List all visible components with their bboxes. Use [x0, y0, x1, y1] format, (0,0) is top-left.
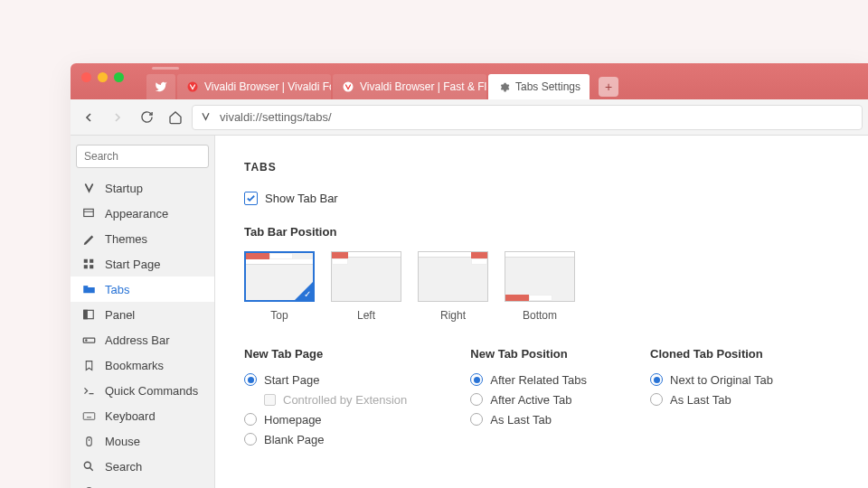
search-input[interactable]	[76, 145, 209, 168]
privacy-icon	[81, 484, 96, 488]
tab-pinned-twitter[interactable]	[146, 74, 175, 99]
sidebar-item-startpage[interactable]: Start Page	[71, 251, 214, 277]
radio-as-last[interactable]: As Last Tab	[470, 409, 587, 429]
option-columns: New Tab Page Start Page Controlled by Ex…	[244, 347, 839, 449]
sidebar-item-label: Startup	[105, 182, 143, 195]
position-label: Bottom	[505, 309, 575, 322]
radio-blank-page[interactable]: Blank Page	[244, 429, 407, 449]
settings-body: Startup Appearance Themes Start Page Tab…	[71, 136, 868, 488]
twitter-icon	[155, 80, 167, 93]
position-top[interactable]: ✓ Top	[244, 251, 315, 322]
controlled-by-extension[interactable]: Controlled by Extension	[264, 389, 407, 409]
group-heading: New Tab Position	[470, 347, 587, 361]
titlebar: Vivaldi Browser | Vivaldi Forum Vivaldi …	[71, 63, 868, 99]
show-tab-bar-checkbox[interactable]: Show Tab Bar	[244, 192, 839, 205]
vivaldi-icon	[200, 111, 212, 124]
tab-position-options: ✓ Top Left Right Bottom	[244, 251, 839, 322]
sidebar-item-search[interactable]: Search	[71, 454, 214, 479]
svg-rect-6	[84, 265, 88, 268]
back-button[interactable]	[76, 105, 101, 130]
sidebar-item-label: Themes	[105, 232, 147, 246]
position-label: Right	[418, 309, 488, 322]
vivaldi-icon	[186, 80, 199, 93]
svg-point-1	[344, 82, 354, 92]
sidebar-item-addressbar[interactable]: Address Bar	[71, 327, 214, 352]
svg-rect-8	[83, 287, 95, 293]
sidebar-item-keyboard[interactable]: Keyboard	[71, 403, 214, 428]
reload-button[interactable]	[134, 105, 159, 130]
radio-icon	[650, 393, 663, 406]
radio-after-related[interactable]: After Related Tabs	[470, 370, 587, 389]
startpage-icon	[81, 257, 96, 271]
appearance-icon	[81, 206, 96, 221]
radio-label: Blank Page	[264, 433, 325, 446]
sidebar-item-panel[interactable]: Panel	[71, 302, 214, 327]
position-bottom[interactable]: Bottom	[505, 251, 575, 322]
radio-cloned-last[interactable]: As Last Tab	[650, 389, 773, 409]
sub-label: Controlled by Extension	[283, 393, 407, 407]
sidebar-item-label: Tabs	[105, 283, 129, 296]
toolbar: vivaldi://settings/tabs/	[71, 99, 868, 136]
mouse-icon	[81, 434, 96, 448]
radio-icon	[470, 373, 483, 386]
tab-settings[interactable]: Tabs Settings	[488, 74, 590, 99]
group-heading: Cloned Tab Position	[650, 347, 773, 361]
sidebar-item-label: Address Bar	[105, 333, 170, 347]
new-tab-button[interactable]: +	[599, 77, 618, 97]
sidebar-item-label: Appearance	[105, 207, 168, 221]
radio-start-page[interactable]: Start Page	[244, 370, 407, 389]
settings-sidebar: Startup Appearance Themes Start Page Tab…	[71, 136, 215, 488]
sidebar-item-label: Keyboard	[105, 409, 156, 423]
svg-point-0	[188, 82, 198, 92]
position-right[interactable]: Right	[418, 251, 488, 322]
url-text: vivaldi://settings/tabs/	[220, 110, 332, 124]
sidebar-item-privacy[interactable]: Privacy	[71, 479, 214, 488]
sidebar-item-label: Search	[105, 460, 142, 474]
svg-rect-21	[86, 436, 90, 446]
radio-homepage[interactable]: Homepage	[244, 409, 407, 429]
tab-label: Vivaldi Browser | Fast & Flexible	[360, 80, 486, 93]
vivaldi-icon	[342, 80, 354, 93]
radio-after-active[interactable]: After Active Tab	[470, 389, 587, 409]
sidebar-item-mouse[interactable]: Mouse	[71, 428, 214, 454]
addressbar-icon	[81, 333, 96, 347]
cloned-tab-position-group: Cloned Tab Position Next to Original Tab…	[650, 347, 773, 449]
sidebar-item-bookmarks[interactable]: Bookmarks	[71, 352, 214, 378]
bookmarks-icon	[81, 358, 96, 372]
tab-vivaldi-forum[interactable]: Vivaldi Browser | Vivaldi Forum	[177, 74, 331, 99]
gear-icon	[497, 80, 510, 93]
radio-icon	[650, 373, 663, 386]
sidebar-item-startup[interactable]: Startup	[71, 175, 214, 201]
position-left[interactable]: Left	[331, 251, 401, 322]
keyboard-icon	[81, 408, 96, 423]
quickcommands-icon	[81, 383, 96, 398]
svg-line-24	[90, 467, 92, 470]
close-icon[interactable]	[81, 72, 91, 82]
page-title: TABS	[244, 161, 839, 174]
sidebar-item-tabs[interactable]: Tabs	[71, 277, 214, 302]
forward-button[interactable]	[105, 105, 130, 130]
sidebar-item-themes[interactable]: Themes	[71, 226, 214, 251]
position-label: Top	[244, 309, 315, 322]
sidebar-item-label: Privacy	[105, 485, 144, 489]
sidebar-item-appearance[interactable]: Appearance	[71, 201, 214, 226]
radio-label: After Related Tabs	[490, 373, 587, 387]
tab-label: Tabs Settings	[515, 80, 580, 93]
radio-icon	[244, 413, 257, 426]
sidebar-item-quickcommands[interactable]: Quick Commands	[71, 378, 214, 403]
radio-icon	[470, 393, 483, 406]
radio-icon	[244, 433, 257, 446]
radio-next-original[interactable]: Next to Original Tab	[650, 370, 773, 389]
panel-icon	[81, 307, 96, 322]
settings-content: TABS Show Tab Bar Tab Bar Position ✓ Top…	[215, 136, 868, 488]
checkbox-icon	[244, 192, 258, 205]
themes-icon	[81, 231, 96, 246]
maximize-icon[interactable]	[114, 72, 124, 82]
section-heading: Tab Bar Position	[244, 225, 839, 239]
startup-icon	[81, 181, 96, 195]
home-button[interactable]	[163, 105, 188, 130]
address-bar[interactable]: vivaldi://settings/tabs/	[192, 105, 863, 130]
tab-vivaldi-fast[interactable]: Vivaldi Browser | Fast & Flexible	[333, 74, 486, 99]
sidebar-item-label: Panel	[105, 308, 135, 322]
minimize-icon[interactable]	[98, 72, 108, 82]
